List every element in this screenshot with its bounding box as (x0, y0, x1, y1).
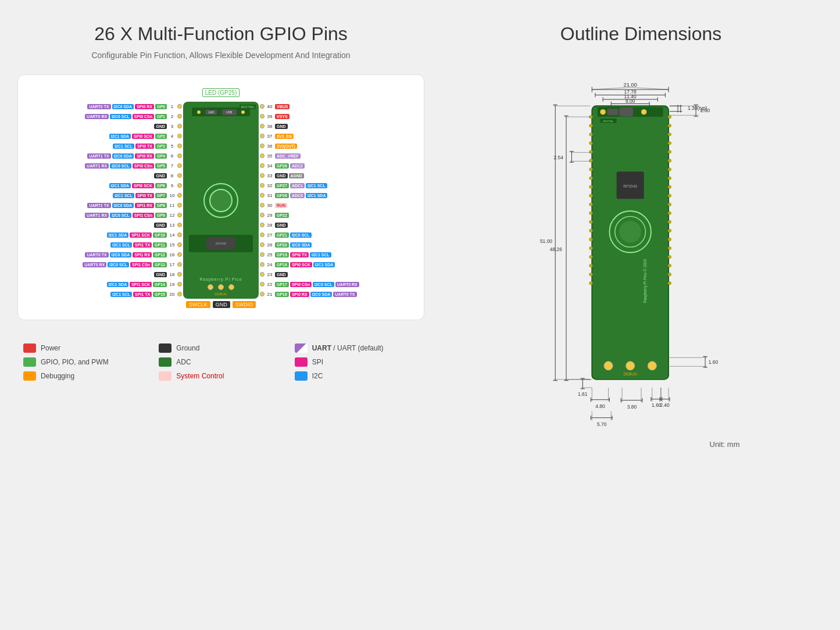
svg-point-23 (589, 159, 592, 163)
svg-text:48.26: 48.26 (549, 246, 562, 252)
swclk-label: SWCLK (186, 301, 210, 308)
outline-title: Outline Dimensions (453, 23, 828, 45)
svg-rect-4 (619, 108, 633, 116)
svg-point-37 (589, 281, 592, 285)
svg-point-19 (589, 124, 592, 127)
left-panel: 26 X Multi-Function GPIO Pins Configurab… (0, 0, 442, 630)
svg-point-43 (668, 159, 671, 163)
legend: Power Ground UART / UART (default) GPIO,… (17, 335, 424, 389)
legend-spi: SPI (295, 357, 419, 367)
svg-point-28 (589, 203, 592, 206)
svg-text:5.70: 5.70 (596, 421, 606, 427)
led-label: LED (GP25) (202, 88, 240, 97)
right-pins: 40 VBUS 39 VSYS 38 GND (260, 102, 415, 299)
svg-text:DEBUG: DEBUG (623, 372, 637, 376)
swdio-label: SWDIO (233, 301, 256, 308)
svg-point-42 (668, 151, 671, 154)
svg-text:RP2040: RP2040 (623, 184, 637, 188)
svg-point-56 (668, 273, 671, 276)
left-pins: UART0 TX I2C0 SDA SPI0 RX GP0 1 UART0 RX… (27, 102, 182, 299)
legend-uart: UART / UART (default) (295, 343, 419, 353)
svg-text:4.80: 4.80 (595, 403, 605, 409)
svg-point-16 (648, 361, 656, 370)
svg-point-51 (668, 229, 671, 232)
svg-text:BOOTSEL: BOOTSEL (603, 120, 613, 123)
svg-point-15 (625, 361, 634, 370)
legend-i2c: I2C (295, 371, 419, 381)
svg-text:51.00: 51.00 (539, 238, 552, 244)
svg-text:1.60: 1.60 (708, 359, 718, 365)
svg-point-53 (668, 246, 671, 250)
svg-point-40 (668, 133, 671, 136)
svg-point-45 (668, 177, 671, 180)
gpio-subtitle: Configurable Pin Function, Allows Flexib… (17, 51, 424, 60)
svg-point-29 (589, 212, 592, 215)
svg-point-50 (668, 220, 671, 224)
svg-point-5 (641, 109, 646, 114)
svg-point-47 (668, 194, 671, 198)
svg-text:8.00: 8.00 (625, 98, 635, 104)
svg-text:2.00: 2.00 (700, 108, 710, 113)
svg-point-49 (668, 212, 671, 215)
dimensions-svg: BOOTSEL RP2040 Raspberry Pi Pico © 2020 … (531, 62, 752, 434)
svg-text:1.61: 1.61 (578, 391, 588, 397)
svg-point-35 (589, 264, 592, 267)
gpio-diagram-container: LED (GP25) UART0 TX I2C0 SDA SPI0 RX GP0… (17, 74, 424, 320)
svg-point-57 (668, 281, 671, 285)
legend-sysctrl: System Control (159, 371, 283, 381)
pin-diagram: LED (GP25) UART0 TX I2C0 SDA SPI0 RX GP0… (27, 87, 415, 308)
svg-point-31 (589, 229, 592, 232)
svg-text:2.40: 2.40 (660, 402, 670, 408)
svg-point-2 (600, 109, 605, 114)
svg-point-54 (668, 255, 671, 259)
svg-text:Raspberry Pi Pico © 2020: Raspberry Pi Pico © 2020 (643, 259, 648, 303)
svg-point-46 (668, 185, 671, 189)
svg-point-55 (668, 264, 671, 267)
svg-point-14 (604, 361, 613, 370)
dimensions-container: BOOTSEL RP2040 Raspberry Pi Pico © 2020 … (453, 62, 828, 607)
svg-point-33 (589, 246, 592, 250)
svg-point-32 (589, 238, 592, 241)
svg-text:3.80: 3.80 (627, 404, 637, 410)
right-panel: Outline Dimensions BOOTSEL (442, 0, 840, 630)
svg-point-34 (589, 255, 592, 259)
svg-point-48 (668, 203, 671, 206)
svg-point-27 (589, 194, 592, 198)
svg-point-44 (668, 168, 671, 171)
svg-point-24 (589, 168, 592, 171)
svg-point-22 (589, 151, 592, 154)
svg-point-38 (668, 115, 671, 119)
svg-rect-3 (607, 109, 618, 115)
svg-point-20 (589, 133, 592, 136)
svg-point-25 (589, 177, 592, 180)
svg-text:21.00: 21.00 (623, 81, 637, 88)
bottom-labels: SWCLK GND SWDIO (186, 301, 256, 308)
svg-point-30 (589, 220, 592, 224)
svg-point-21 (589, 141, 592, 145)
gnd-bottom-label: GND (213, 301, 230, 308)
svg-point-41 (668, 141, 671, 145)
svg-point-36 (589, 273, 592, 276)
legend-adc: ADC (159, 357, 283, 367)
gpio-title: 26 X Multi-Function GPIO Pins (17, 23, 424, 45)
legend-debug: Debugging (23, 371, 147, 381)
legend-gpio: GPIO, PIO, and PWM (23, 357, 147, 367)
svg-point-52 (668, 238, 671, 241)
legend-ground: Ground (159, 343, 283, 353)
legend-power: Power (23, 343, 147, 353)
svg-point-39 (668, 124, 671, 127)
svg-point-26 (589, 185, 592, 189)
svg-point-10 (619, 221, 641, 243)
board-center: LED USB BOOTSEL RP2040 Raspberry Pi Pico (183, 102, 259, 299)
unit-text: Unit: mm (542, 440, 740, 449)
